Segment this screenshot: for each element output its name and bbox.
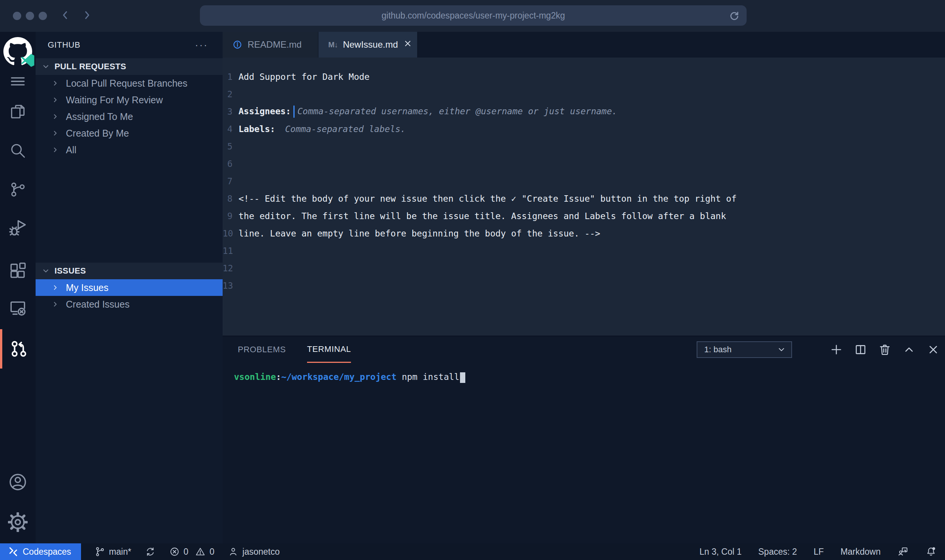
forward-arrow-icon (81, 9, 92, 22)
section-pull-requests[interactable]: PULL REQUESTS (36, 58, 223, 75)
comment-line: <!-- Edit the body of your new issue the… (239, 194, 736, 204)
eol-indicator[interactable]: LF (814, 547, 824, 557)
menu-button[interactable] (0, 73, 36, 90)
browser-back-button[interactable] (60, 9, 71, 23)
activity-source-control[interactable] (0, 181, 36, 198)
sidebar-title: GITHUB (48, 40, 80, 50)
comment-line: the editor. The first line will be the i… (239, 211, 726, 221)
browser-url-bar[interactable]: github.com/codespaces/user-my-project-mg… (200, 5, 747, 26)
terminal-shell-select[interactable]: 1: bash (697, 341, 792, 358)
editor-line-title: Add Support for Dark Mode (239, 72, 370, 82)
close-icon (927, 343, 940, 356)
sidebar: GITHUB ··· PULL REQUESTS Local Pull Requ… (36, 32, 223, 543)
terminal-cursor (460, 372, 465, 383)
chevron-right-icon (51, 284, 59, 291)
pull-request-icon (10, 340, 28, 358)
chevron-right-icon (51, 146, 59, 154)
chevron-down-icon (777, 345, 786, 354)
ellipsis-icon[interactable]: ··· (195, 43, 208, 47)
activity-search[interactable] (0, 142, 36, 159)
chevron-right-icon (51, 113, 59, 120)
markdown-icon: M↓ (328, 40, 338, 49)
terminal-output[interactable]: vsonline:~/workspace/my_project npm inst… (223, 363, 945, 383)
activity-github-pull-requests[interactable] (0, 329, 36, 369)
github-codespaces-logo (0, 37, 36, 66)
window-close-button[interactable] (13, 12, 21, 20)
extensions-icon (8, 261, 27, 280)
problems-indicator[interactable]: 0 0 (169, 546, 215, 557)
info-icon (232, 40, 242, 50)
editor-tab-bar: README.md M↓ NewIssue.md (223, 32, 945, 58)
comment-line: line. Leave an empty line before beginni… (239, 229, 600, 238)
menu-icon (9, 73, 26, 90)
language-mode-indicator[interactable]: Markdown (841, 547, 881, 557)
chevron-down-icon (42, 267, 50, 275)
sidebar-item-my-issues[interactable]: My Issues (36, 279, 223, 296)
indentation-indicator[interactable]: Spaces: 2 (758, 547, 797, 557)
back-arrow-icon (60, 9, 71, 22)
remote-icon (8, 547, 18, 557)
tab-readme[interactable]: README.md (223, 32, 318, 58)
window-maximize-button[interactable] (39, 12, 47, 20)
close-panel-button[interactable] (927, 343, 940, 356)
notifications-button[interactable] (925, 546, 937, 557)
new-terminal-button[interactable] (830, 343, 843, 356)
notification-dot (933, 547, 935, 550)
activity-remote-explorer[interactable] (0, 299, 36, 318)
plus-icon (830, 343, 843, 356)
terminal-user: vsonline (234, 372, 276, 382)
sidebar-item-all[interactable]: All (36, 142, 223, 158)
run-debug-icon (8, 218, 28, 238)
refresh-button[interactable] (728, 10, 740, 23)
chevron-right-icon (51, 79, 59, 87)
editor[interactable]: 1Add Support for Dark Mode 2 3 Assignees… (223, 58, 945, 336)
sidebar-item-local-pull-request-branches[interactable]: Local Pull Request Branches (36, 75, 223, 92)
bottom-panel: PROBLEMS TERMINAL 1: bash (223, 336, 945, 543)
section-issues[interactable]: ISSUES (36, 263, 223, 279)
chevron-right-icon (51, 300, 59, 308)
sidebar-item-assigned-to-me[interactable]: Assigned To Me (36, 108, 223, 125)
sync-icon (145, 546, 156, 557)
explorer-icon (9, 103, 27, 120)
branch-indicator[interactable]: main* (95, 546, 131, 557)
activity-extensions[interactable] (0, 261, 36, 280)
window-controls[interactable] (13, 12, 47, 20)
terminal-path: ~/workspace/my_project (281, 372, 397, 382)
signed-in-user[interactable]: jasonetco (228, 546, 279, 557)
cursor-position-indicator[interactable]: Ln 3, Col 1 (700, 547, 742, 557)
chevron-up-icon (903, 343, 915, 356)
chevron-right-icon (51, 96, 59, 104)
close-tab-button[interactable] (403, 39, 412, 50)
account-button[interactable] (0, 472, 36, 492)
vscode-logo-icon (20, 53, 35, 68)
maximize-panel-button[interactable] (903, 343, 915, 356)
window-minimize-button[interactable] (26, 12, 34, 20)
activity-explorer[interactable] (0, 103, 36, 120)
feedback-icon (897, 546, 909, 557)
tab-problems[interactable]: PROBLEMS (238, 336, 286, 363)
warning-icon (195, 546, 206, 557)
kill-terminal-button[interactable] (878, 343, 891, 356)
assignees-label: Assignees: (239, 106, 291, 116)
split-icon (854, 343, 867, 356)
sync-button[interactable] (145, 546, 156, 557)
sidebar-item-waiting-for-my-review[interactable]: Waiting For My Review (36, 92, 223, 108)
feedback-button[interactable] (897, 546, 909, 557)
person-icon (228, 546, 239, 557)
trash-icon (878, 343, 891, 356)
split-terminal-button[interactable] (854, 343, 867, 356)
settings-button[interactable] (0, 512, 36, 532)
git-branch-icon (95, 546, 105, 557)
assignees-placeholder: Comma-separated usernames, either @usern… (297, 106, 617, 116)
source-control-icon (9, 181, 27, 198)
sidebar-item-created-by-me[interactable]: Created By Me (36, 125, 223, 142)
labels-placeholder: Comma-separated labels. (285, 124, 406, 134)
account-icon (8, 472, 28, 492)
tab-newissue[interactable]: M↓ NewIssue.md (318, 32, 418, 58)
activity-run-debug[interactable] (0, 218, 36, 238)
codespaces-badge[interactable]: Codespaces (0, 543, 81, 560)
sidebar-item-created-issues[interactable]: Created Issues (36, 296, 223, 313)
tab-terminal[interactable]: TERMINAL (307, 336, 351, 363)
remote-explorer-icon (8, 299, 27, 318)
browser-forward-button[interactable] (81, 9, 92, 23)
